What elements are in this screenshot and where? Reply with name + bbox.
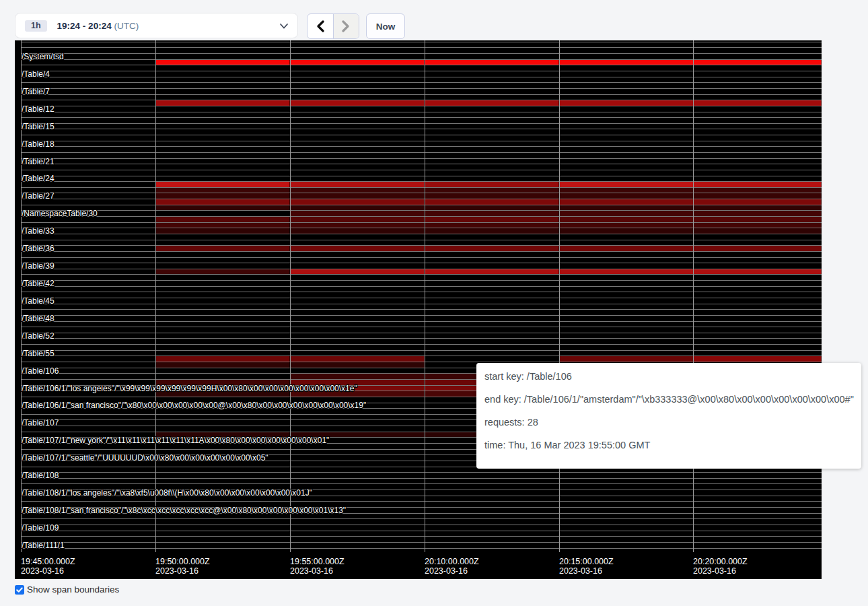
svg-text:/NamespaceTable/30: /NamespaceTable/30: [22, 209, 98, 218]
svg-text:/System/tsd: /System/tsd: [22, 52, 64, 61]
svg-text:/Table/55: /Table/55: [22, 349, 55, 358]
svg-text:/Table/107/1/"seattle"/"UUUUUU: /Table/107/1/"seattle"/"UUUUUUD\x00\x80\…: [22, 453, 268, 463]
svg-text:/Table/24: /Table/24: [22, 174, 55, 183]
svg-text:/Table/106/1/"san francisco"/": /Table/106/1/"san francisco"/"\x80\x00\x…: [22, 401, 366, 410]
svg-text:/Table/39: /Table/39: [22, 261, 55, 271]
svg-text:/Table/36: /Table/36: [22, 244, 55, 253]
svg-text:/Table/45: /Table/45: [22, 296, 55, 306]
svg-text:/Table/18: /Table/18: [22, 139, 55, 149]
svg-text:2023-03-16: 2023-03-16: [693, 566, 736, 576]
svg-text:/Table/7: /Table/7: [22, 87, 50, 96]
svg-text:/Table/108/1/"san francisco"/": /Table/108/1/"san francisco"/"\x8c\xcc\x…: [22, 506, 346, 515]
svg-text:/Table/111/1: /Table/111/1: [22, 541, 65, 550]
svg-text:/Table/52: /Table/52: [22, 331, 55, 341]
svg-text:/Table/108: /Table/108: [22, 471, 59, 480]
svg-text:/Table/15: /Table/15: [22, 122, 55, 131]
svg-text:19:45:00.000Z: 19:45:00.000Z: [21, 557, 75, 566]
svg-text:/Table/48: /Table/48: [22, 314, 55, 323]
svg-text:20:10:00.000Z: 20:10:00.000Z: [425, 557, 479, 566]
svg-text:2023-03-16: 2023-03-16: [290, 566, 333, 576]
svg-text:/Table/33: /Table/33: [22, 226, 55, 236]
svg-text:2023-03-16: 2023-03-16: [155, 566, 198, 576]
svg-text:/Table/107/1/"new york"/"\x11\: /Table/107/1/"new york"/"\x11\x11\x11\x1…: [22, 436, 329, 445]
svg-text:/Table/106: /Table/106: [22, 366, 59, 376]
svg-text:/Table/106/1/"los angeles"/"\x: /Table/106/1/"los angeles"/"\x99\x99\x99…: [22, 384, 357, 393]
svg-text:19:55:00.000Z: 19:55:00.000Z: [290, 557, 345, 566]
svg-text:/Table/107: /Table/107: [22, 418, 59, 428]
svg-text:20:20:00.000Z: 20:20:00.000Z: [693, 557, 748, 566]
svg-text:/Table/108/1/"los angeles"/"\x: /Table/108/1/"los angeles"/"\xa8\xf5\u00…: [22, 488, 312, 498]
svg-text:/Table/27: /Table/27: [22, 191, 55, 201]
svg-text:/Table/109: /Table/109: [22, 523, 59, 533]
svg-text:2023-03-16: 2023-03-16: [425, 566, 468, 576]
svg-text:19:50:00.000Z: 19:50:00.000Z: [155, 557, 210, 566]
svg-text:/Table/42: /Table/42: [22, 279, 55, 288]
svg-text:/Table/12: /Table/12: [22, 104, 55, 114]
svg-text:/Table/21: /Table/21: [22, 157, 55, 166]
svg-text:/Table/4: /Table/4: [22, 69, 50, 79]
svg-text:2023-03-16: 2023-03-16: [21, 566, 64, 576]
svg-text:20:15:00.000Z: 20:15:00.000Z: [559, 557, 614, 566]
svg-text:2023-03-16: 2023-03-16: [559, 566, 602, 576]
